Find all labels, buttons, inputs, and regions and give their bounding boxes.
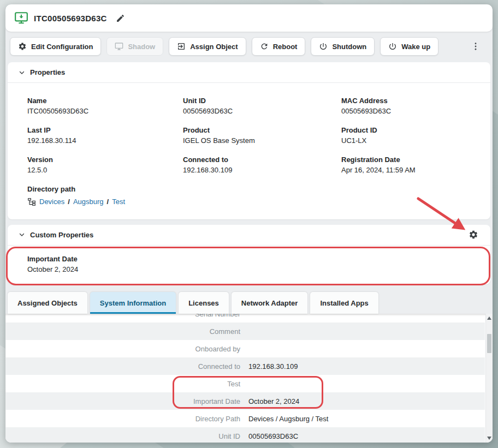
toolbar: Edit Configuration Shadow Assign Object …: [5, 32, 493, 61]
button-label: Assign Object: [190, 43, 238, 51]
row-label: Important Date: [5, 397, 240, 405]
field-label: Version: [27, 156, 183, 164]
page-title: ITC00505693D63C: [34, 14, 107, 23]
directory-path-field: Directory path Devices / Augsburg /: [27, 186, 479, 206]
device-icon: [14, 11, 28, 25]
tab-bar: Assigned Objects System Information Lice…: [5, 292, 493, 314]
scrollbar-thumb[interactable]: [487, 334, 491, 353]
directory-tree-icon: [27, 198, 36, 206]
field-label: Important Date: [27, 255, 479, 264]
shadow-button: Shadow: [106, 37, 163, 56]
property-field: Product IGEL OS Base System: [183, 127, 341, 145]
custom-properties-body: Important Date October 2, 2024: [8, 246, 490, 285]
field-value: October 2, 2024: [27, 266, 479, 274]
field-value: 12.5.0: [27, 166, 183, 175]
tab-assigned-objects[interactable]: Assigned Objects: [8, 292, 87, 314]
section-title: Properties: [30, 68, 65, 76]
table-row: Serial Number: [5, 314, 485, 322]
field-label: Name: [27, 97, 183, 105]
section-title: Custom Properties: [30, 231, 93, 239]
field-label: Unit ID: [183, 97, 341, 105]
breadcrumb: Devices / Augsburg / Test: [27, 198, 479, 206]
row-label: Onboarded by: [5, 345, 240, 353]
row-value: Devices / Augsburg / Test: [248, 415, 328, 423]
breadcrumb-link-augsburg[interactable]: Augsburg: [73, 198, 104, 206]
table-row: Directory Path Devices / Augsburg / Test: [5, 410, 485, 427]
property-field: Name ITC00505693D63C: [27, 97, 183, 116]
row-value: 00505693D63C: [248, 432, 298, 440]
custom-properties-section: Custom Properties Important Date October…: [8, 225, 490, 285]
reboot-button[interactable]: Reboot: [252, 37, 306, 56]
kebab-menu-icon: [471, 41, 481, 51]
gear-icon: [18, 42, 27, 51]
row-label: Comment: [5, 327, 240, 336]
device-detail-panel: ITC00505693D63C Edit Configuration Shado…: [5, 4, 493, 443]
row-label: Directory Path: [5, 415, 240, 423]
power-icon: [319, 42, 328, 51]
breadcrumb-separator: /: [107, 198, 109, 206]
field-label: Connected to: [183, 156, 341, 164]
field-value: 192.168.30.114: [27, 137, 183, 145]
field-label: MAC Address: [341, 97, 479, 105]
breadcrumb-link-devices[interactable]: Devices: [39, 198, 64, 206]
button-label: Shutdown: [332, 43, 366, 51]
tab-network-adapter[interactable]: Network Adapter: [232, 292, 308, 314]
property-field: Version 12.5.0: [27, 156, 183, 175]
row-label: Serial Number: [5, 314, 240, 318]
property-field: Connected to 192.168.30.109: [183, 156, 341, 175]
tab-installed-apps[interactable]: Installed Apps: [310, 292, 378, 314]
power-icon: [388, 42, 397, 51]
property-field: Unit ID 00505693D63C: [183, 97, 341, 116]
field-value: ITC00505693D63C: [27, 107, 183, 116]
row-label: Connected to: [5, 362, 240, 371]
edit-name-button[interactable]: [116, 14, 125, 23]
button-label: Edit Configuration: [31, 43, 93, 51]
chevron-down-icon: [19, 69, 25, 76]
custom-properties-settings-button[interactable]: [467, 229, 479, 241]
custom-properties-header[interactable]: Custom Properties: [8, 225, 490, 246]
edit-configuration-button[interactable]: Edit Configuration: [10, 37, 101, 56]
properties-section: Properties Name ITC00505693D63C Unit ID …: [8, 62, 490, 219]
field-label: Last IP: [27, 127, 183, 135]
button-label: Reboot: [273, 43, 298, 51]
assign-object-button[interactable]: Assign Object: [169, 37, 246, 56]
field-label: Directory path: [27, 186, 479, 194]
row-label: Test: [5, 380, 240, 388]
title-bar: ITC00505693D63C: [5, 4, 493, 32]
system-information-table: Serial Number Comment Onboarded by Conne…: [5, 314, 493, 443]
field-label: Product ID: [341, 127, 479, 135]
table-row: Important Date October 2, 2024: [5, 392, 485, 410]
row-label: Unit ID: [5, 432, 240, 440]
gear-icon: [469, 230, 478, 240]
breadcrumb-link-test[interactable]: Test: [112, 198, 125, 206]
wake-up-button[interactable]: Wake up: [380, 37, 438, 56]
assign-arrow-icon: [177, 42, 186, 51]
scroll-down-arrow-icon[interactable]: [487, 437, 491, 440]
pencil-icon: [116, 14, 125, 23]
shutdown-button[interactable]: Shutdown: [311, 37, 375, 56]
field-value: 00505693D63C: [183, 107, 341, 116]
field-value: 00505693D63C: [341, 107, 479, 116]
field-value: Apr 16, 2024, 11:59 AM: [341, 166, 479, 175]
tab-system-information[interactable]: System Information: [90, 292, 176, 314]
row-value: 192.168.30.109: [248, 362, 298, 371]
table-row: Test: [5, 375, 485, 392]
scroll-up-arrow-icon[interactable]: [487, 316, 491, 320]
tab-licenses[interactable]: Licenses: [179, 292, 229, 314]
properties-header[interactable]: Properties: [8, 62, 490, 83]
properties-body: Name ITC00505693D63C Unit ID 00505693D63…: [8, 83, 490, 219]
property-field: Last IP 192.168.30.114: [27, 127, 183, 145]
breadcrumb-separator: /: [68, 198, 70, 206]
table-rows: Serial Number Comment Onboarded by Conne…: [5, 314, 493, 443]
button-label: Wake up: [401, 43, 430, 51]
monitor-icon: [115, 42, 123, 51]
chevron-down-icon: [19, 231, 25, 238]
vertical-scrollbar[interactable]: [485, 314, 493, 443]
field-label: Product: [183, 127, 341, 135]
field-label: Registration Date: [341, 156, 479, 164]
table-row: Unit ID 00505693D63C: [5, 427, 485, 443]
row-value: October 2, 2024: [248, 397, 299, 405]
more-actions-button[interactable]: [469, 39, 483, 53]
field-value: IGEL OS Base System: [183, 137, 341, 145]
field-value: UC1-LX: [341, 137, 479, 145]
